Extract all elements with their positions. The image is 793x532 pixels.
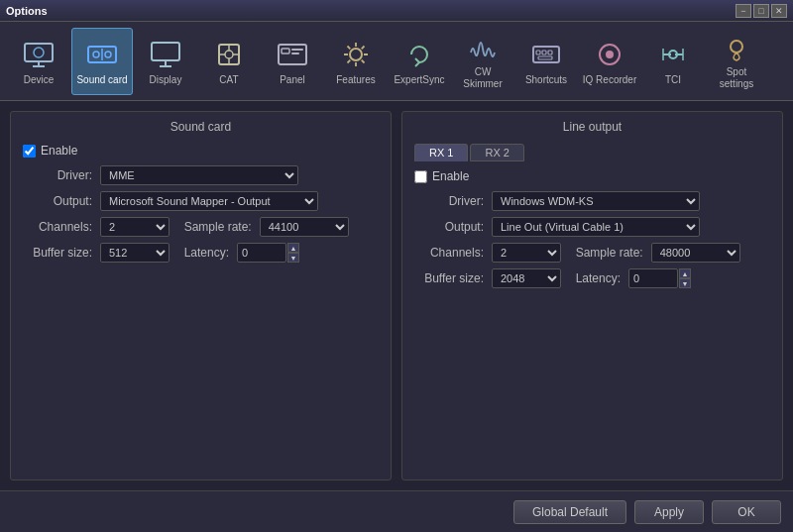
toolbar-item-shortcuts[interactable]: Shortcuts: [515, 28, 577, 95]
soundcard-enable-label[interactable]: Enable: [41, 144, 77, 158]
lineoutput-tabs: RX 1 RX 2: [414, 144, 770, 161]
toolbar-item-expertsync[interactable]: ExpertSync: [389, 28, 450, 95]
lineoutput-channels-samplerate-row: Channels: 2 1 Sample rate: 44100 48000 9…: [414, 243, 770, 263]
toolbar-item-features[interactable]: Features: [325, 28, 387, 95]
lineoutput-samplerate-select[interactable]: 44100 48000 96000: [651, 243, 740, 263]
toolbar-item-spotsettings[interactable]: Spot settings: [706, 28, 767, 95]
lineoutput-latency-input[interactable]: [628, 268, 678, 288]
soundcard-driver-select[interactable]: MME ASIO WASAPI: [100, 165, 298, 185]
soundcard-enable-checkbox[interactable]: [23, 145, 36, 158]
cat-label: CAT: [219, 74, 238, 86]
tab-rx2[interactable]: RX 2: [470, 144, 523, 161]
cat-icon: [211, 37, 247, 72]
toolbar-item-cwskimmer[interactable]: CW Skimmer: [452, 28, 513, 95]
shortcuts-icon: [528, 37, 564, 72]
lineoutput-output-select[interactable]: Line Out (Virtual Cable 1): [492, 217, 700, 237]
soundcard-latency-spinner: ▲ ▼: [237, 243, 299, 263]
lineoutput-output-row: Output: Line Out (Virtual Cable 1): [414, 217, 770, 237]
svg-rect-25: [548, 51, 552, 54]
display-label: Display: [150, 74, 182, 86]
window-title: Options: [6, 5, 48, 17]
maximize-button[interactable]: □: [753, 4, 769, 18]
svg-rect-0: [25, 44, 53, 61]
iqrecorder-label: IQ Recorder: [583, 74, 636, 86]
toolbar-item-iqrecorder[interactable]: IQ Recorder: [579, 28, 640, 95]
panel-icon: [275, 37, 310, 72]
svg-point-28: [606, 51, 614, 58]
toolbar-item-panel[interactable]: Panel: [262, 28, 323, 95]
lineoutput-latency-up[interactable]: ▲: [679, 268, 691, 278]
lineoutput-enable-label[interactable]: Enable: [432, 169, 469, 183]
toolbar-item-tci[interactable]: TCI: [642, 28, 704, 95]
close-button[interactable]: ✕: [771, 4, 787, 18]
svg-point-3: [34, 48, 44, 57]
svg-rect-24: [542, 51, 546, 54]
lineoutput-driver-label: Driver:: [414, 194, 484, 208]
soundcard-buffer-latency-row: Buffer size: 128 256 512 1024 2048 Laten…: [23, 243, 379, 263]
lineoutput-buffersize-label: Buffer size:: [414, 271, 484, 285]
tci-label: TCI: [665, 74, 681, 86]
tab-rx1[interactable]: RX 1: [414, 144, 468, 161]
spotsettings-label: Spot settings: [709, 66, 764, 90]
lineoutput-latency-arrows: ▲ ▼: [679, 268, 691, 288]
svg-point-30: [731, 41, 742, 53]
soundcard-buffersize-label: Buffer size:: [23, 246, 92, 260]
soundcard-output-select[interactable]: Microsoft Sound Mapper - Output: [100, 191, 318, 211]
ok-button[interactable]: OK: [712, 500, 781, 524]
expertsync-label: ExpertSync: [394, 74, 444, 86]
device-icon: [21, 37, 57, 72]
device-label: Device: [24, 74, 55, 86]
svg-rect-26: [538, 56, 552, 59]
soundcard-icon: [84, 37, 120, 72]
lineoutput-enable-checkbox[interactable]: [414, 170, 427, 183]
soundcard-panel: Sound card Enable Driver: MME ASIO WASAP…: [10, 111, 392, 480]
display-icon: [148, 37, 183, 72]
features-icon: [338, 37, 374, 72]
lineoutput-buffersize-select[interactable]: 128 256 512 1024 2048: [492, 268, 561, 288]
features-label: Features: [336, 74, 375, 86]
lineoutput-driver-row: Driver: Windows WDM-KS MME ASIO: [414, 191, 770, 211]
soundcard-latency-down[interactable]: ▼: [287, 253, 299, 263]
soundcard-label: Sound card: [76, 74, 127, 86]
soundcard-enable-row: Enable: [23, 144, 379, 158]
main-content: Sound card Enable Driver: MME ASIO WASAP…: [0, 101, 793, 490]
toolbar-item-device[interactable]: Device: [8, 28, 69, 95]
soundcard-driver-row: Driver: MME ASIO WASAPI: [23, 165, 379, 185]
cwskimmer-label: CW Skimmer: [455, 66, 510, 90]
expertsync-icon: [401, 37, 437, 72]
lineoutput-buffer-latency-row: Buffer size: 128 256 512 1024 2048 Laten…: [414, 268, 770, 288]
apply-button[interactable]: Apply: [634, 500, 704, 524]
soundcard-latency-label: Latency:: [184, 246, 229, 260]
lineoutput-latency-down[interactable]: ▼: [679, 278, 691, 288]
lineoutput-panel: Line output RX 1 RX 2 Enable Driver: Win…: [401, 111, 783, 480]
soundcard-output-label: Output:: [23, 194, 92, 208]
lineoutput-enable-row: Enable: [414, 169, 770, 183]
footer: Global Default Apply OK: [0, 490, 793, 532]
svg-rect-20: [291, 53, 299, 54]
soundcard-latency-up[interactable]: ▲: [287, 243, 299, 253]
tci-icon: [655, 37, 691, 72]
soundcard-latency-input[interactable]: [237, 243, 286, 263]
soundcard-channels-label: Channels:: [23, 220, 92, 234]
shortcuts-label: Shortcuts: [525, 74, 567, 86]
lineoutput-title: Line output: [414, 120, 770, 134]
spotsettings-icon: [719, 33, 754, 64]
soundcard-latency-arrows: ▲ ▼: [287, 243, 299, 263]
soundcard-samplerate-select[interactable]: 44100 48000 96000: [260, 217, 349, 237]
minimize-button[interactable]: −: [736, 4, 751, 18]
toolbar-item-soundcard[interactable]: Sound card: [71, 28, 133, 95]
global-default-button[interactable]: Global Default: [513, 500, 626, 524]
window-controls: − □ ✕: [736, 4, 787, 18]
iqrecorder-icon: [592, 37, 627, 72]
svg-rect-8: [152, 43, 179, 60]
lineoutput-channels-select[interactable]: 2 1: [492, 243, 561, 263]
soundcard-samplerate-label: Sample rate:: [184, 220, 252, 234]
soundcard-buffersize-select[interactable]: 128 256 512 1024 2048: [100, 243, 170, 263]
svg-point-12: [225, 51, 233, 58]
panel-label: Panel: [280, 74, 305, 86]
lineoutput-driver-select[interactable]: Windows WDM-KS MME ASIO: [492, 191, 700, 211]
soundcard-title: Sound card: [23, 120, 379, 134]
toolbar-item-cat[interactable]: CAT: [198, 28, 260, 95]
soundcard-channels-select[interactable]: 2 1: [100, 217, 170, 237]
toolbar-item-display[interactable]: Display: [135, 28, 196, 95]
